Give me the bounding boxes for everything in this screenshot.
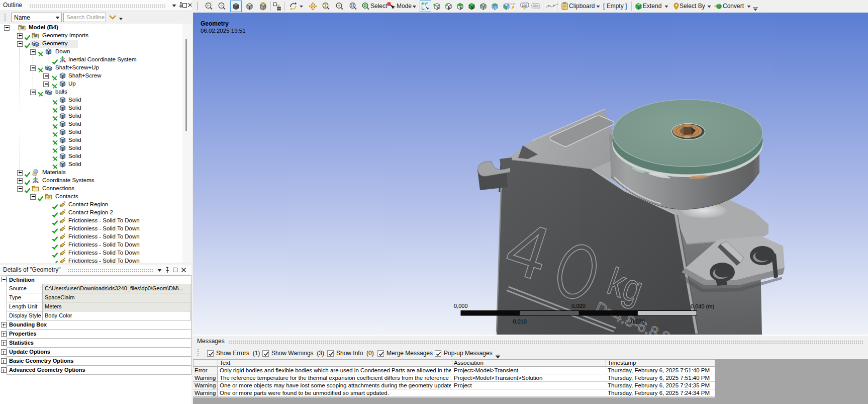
svg-text:Abc: Abc — [533, 4, 539, 8]
svg-text:0,010: 0,010 — [513, 318, 527, 325]
svg-text:0,020: 0,020 — [571, 303, 586, 309]
svg-text:X.Y.Z: X.Y.Z — [508, 3, 515, 6]
svg-text:0,030: 0,030 — [631, 318, 645, 325]
svg-text:100: 100 — [522, 4, 527, 7]
svg-text:0,000: 0,000 — [454, 303, 468, 309]
svg-text:0,040 (m): 0,040 (m) — [691, 303, 714, 309]
